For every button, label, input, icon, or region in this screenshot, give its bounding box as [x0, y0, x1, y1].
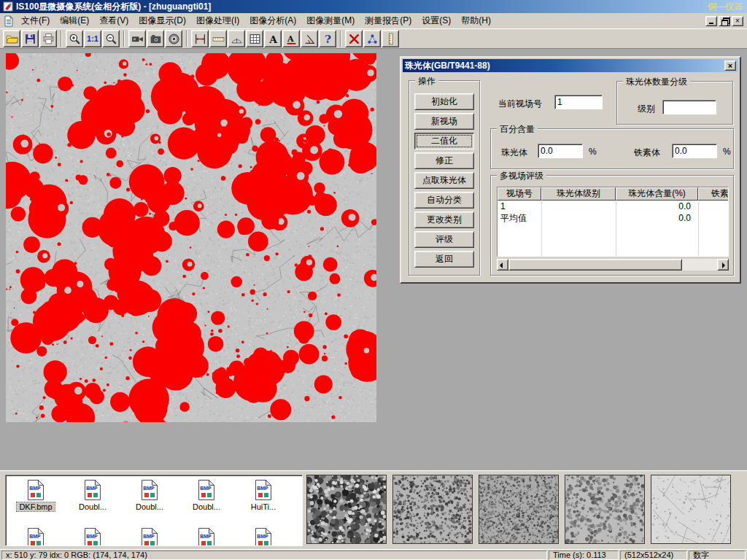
- op-button-1[interactable]: 新视场: [414, 113, 474, 130]
- table-row[interactable]: 平均值0.0: [498, 212, 728, 224]
- table-cell: [698, 212, 729, 224]
- table-header-3[interactable]: 铁素: [698, 187, 729, 201]
- calibrate-button[interactable]: [191, 30, 209, 47]
- bmp-file-icon: BMP: [141, 479, 158, 501]
- ferrite-percent-input[interactable]: [672, 144, 717, 158]
- file-item[interactable]: BMPDoubl...: [64, 479, 121, 523]
- op-button-7[interactable]: 评级: [414, 231, 474, 248]
- menu-item-0[interactable]: 文件(F): [16, 12, 55, 29]
- svg-text:A: A: [268, 33, 277, 44]
- menu-item-5[interactable]: 图像分析(A): [244, 12, 301, 29]
- delete-annotation-button[interactable]: [345, 30, 363, 47]
- menu-item-4[interactable]: 图像处理(I): [191, 12, 244, 29]
- scrollbar-track[interactable]: [682, 259, 717, 271]
- op-button-5[interactable]: 自动分类: [414, 192, 474, 209]
- mdi-minimize-button[interactable]: [705, 16, 717, 26]
- table-row[interactable]: 10.0: [498, 201, 728, 212]
- print-button[interactable]: [39, 30, 57, 47]
- table-header-1[interactable]: 珠光体级别: [541, 187, 616, 201]
- pearlite-percent-input[interactable]: [538, 144, 583, 158]
- dialog-close-button[interactable]: ×: [724, 61, 736, 71]
- video-camera-icon: [131, 33, 144, 45]
- file-name: Doubl...: [77, 502, 109, 511]
- app-icon: [3, 1, 13, 12]
- file-item[interactable]: BMP: [64, 527, 121, 546]
- measure-tool-button[interactable]: [228, 30, 245, 47]
- bmp-file-icon: BMP: [198, 527, 215, 546]
- table-cell: 1: [498, 201, 541, 212]
- printer-icon: [42, 33, 55, 45]
- op-button-3[interactable]: 修正: [414, 152, 474, 169]
- actual-size-button[interactable]: 1:1: [84, 30, 101, 47]
- table-header-row: 视场号珠光体级别珠光体含量(%)铁素: [498, 187, 728, 201]
- menu-item-8[interactable]: 设置(S): [417, 12, 456, 29]
- menu-item-1[interactable]: 编辑(E): [55, 12, 94, 29]
- scale-ruler-button[interactable]: [382, 30, 399, 47]
- grading-group: 珠光体数量分级 级别: [616, 81, 733, 125]
- minimize-icon: [709, 23, 713, 24]
- thumbnail-3[interactable]: [479, 475, 559, 544]
- file-item[interactable]: BMPDoubl...: [121, 479, 178, 523]
- metallograph-image[interactable]: [6, 53, 376, 422]
- rating-table: 视场号珠光体级别珠光体含量(%)铁素 10.0平均值0.0: [497, 187, 729, 257]
- grid-button[interactable]: [246, 30, 263, 47]
- menu-item-6[interactable]: 图像测量(M): [301, 12, 360, 29]
- operation-buttons: 初始化新视场二值化修正点取珠光体自动分类更改类别评级返回: [409, 81, 479, 268]
- point-count-button[interactable]: [363, 30, 381, 47]
- scroll-right-button[interactable]: [717, 259, 729, 271]
- mdi-restore-button[interactable]: [719, 16, 730, 26]
- file-item[interactable]: BMPDKF.bmp: [7, 479, 64, 523]
- video-capture-button[interactable]: [128, 30, 146, 47]
- save-button[interactable]: [21, 30, 39, 47]
- thumbnail-4[interactable]: [565, 475, 645, 544]
- scroll-left-button[interactable]: [497, 259, 508, 271]
- thumbnail-2[interactable]: [392, 475, 473, 544]
- file-item[interactable]: BMP: [7, 527, 64, 546]
- zoom-in-button[interactable]: [66, 30, 83, 47]
- op-button-2[interactable]: 二值化: [414, 133, 474, 149]
- annotate-text-button[interactable]: A: [264, 30, 282, 47]
- camera-button[interactable]: [147, 30, 164, 47]
- table-header-0[interactable]: 视场号: [498, 187, 541, 201]
- menu-item-2[interactable]: 查看(V): [94, 12, 133, 29]
- operation-group: 操作 初始化新视场二值化修正点取珠光体自动分类更改类别评级返回: [409, 80, 480, 276]
- mdi-close-button[interactable]: ×: [732, 16, 743, 26]
- thumbnail-1[interactable]: [306, 475, 387, 544]
- zoom-out-button[interactable]: [102, 30, 120, 47]
- open-button[interactable]: [3, 30, 20, 47]
- ruler-v-icon: [384, 33, 397, 45]
- table-hscrollbar: [497, 259, 729, 271]
- menu-item-3[interactable]: 图像显示(D): [133, 12, 191, 29]
- measure-angle-button[interactable]: [301, 30, 318, 47]
- font-a-icon: A: [267, 33, 279, 45]
- menu-item-7[interactable]: 测量报告(P): [360, 12, 417, 29]
- app-window: IS100显微摄像系统(金相分析版) - [zhuguangti01] 铜—仪器…: [0, 0, 747, 49]
- file-item[interactable]: BMPHuiTi...: [235, 479, 292, 523]
- file-item[interactable]: BMP: [235, 527, 292, 546]
- op-button-8[interactable]: 返回: [414, 251, 474, 268]
- file-item[interactable]: BMP: [121, 527, 178, 546]
- op-button-4[interactable]: 点取珠光体: [414, 172, 474, 189]
- table-header-2[interactable]: 珠光体含量(%): [616, 187, 698, 201]
- font-style-button[interactable]: A: [282, 30, 300, 47]
- measure-length-button[interactable]: [209, 30, 227, 47]
- table-cell: 0.0: [616, 212, 698, 224]
- menu-items: 文件(F)编辑(E)查看(V)图像显示(D)图像处理(I)图像分析(A)图像测量…: [16, 12, 496, 29]
- thumbnail-5[interactable]: [651, 475, 731, 544]
- file-item[interactable]: BMP: [178, 527, 235, 546]
- scrollbar-thumb[interactable]: [508, 259, 682, 271]
- dialog-titlebar[interactable]: 珠光体(GB/T9441-88) ×: [403, 59, 738, 72]
- svg-text:BMP: BMP: [143, 486, 155, 491]
- help-button[interactable]: ?: [319, 30, 336, 47]
- op-button-0[interactable]: 初始化: [414, 93, 474, 110]
- titlebar[interactable]: IS100显微摄像系统(金相分析版) - [zhuguangti01] 铜—仪器: [0, 0, 747, 13]
- mdi-workspace: 珠光体(GB/T9441-88) × 操作 初始化新视场二值化修正点取珠光体自动…: [0, 49, 747, 470]
- menu-item-9[interactable]: 帮助(H): [456, 12, 496, 29]
- op-button-6[interactable]: 更改类别: [414, 211, 474, 228]
- current-field-input[interactable]: [554, 95, 603, 109]
- file-item[interactable]: BMPDoubl...: [178, 479, 235, 523]
- snapshot-button[interactable]: [165, 30, 182, 47]
- folder-icon: [6, 33, 18, 45]
- level-input[interactable]: [662, 100, 716, 114]
- pearlite-label: 珠光体: [501, 147, 527, 159]
